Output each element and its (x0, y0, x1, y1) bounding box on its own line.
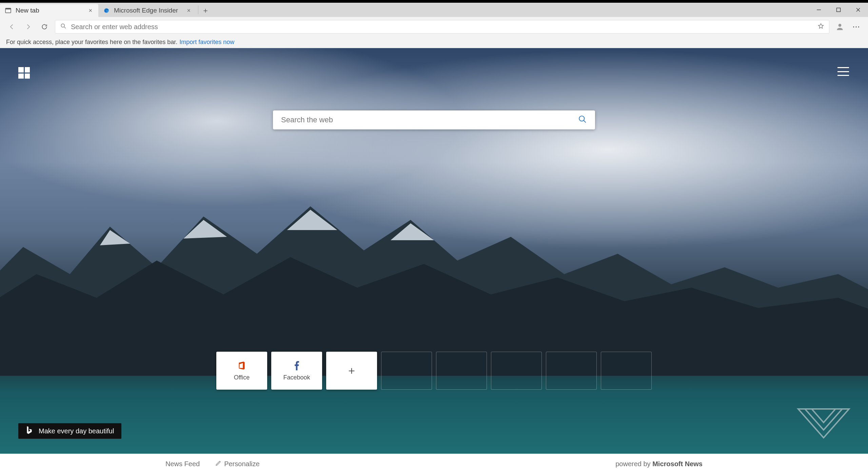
favorite-star-icon[interactable] (817, 23, 824, 31)
edge-icon (103, 7, 110, 14)
svg-line-11 (584, 120, 586, 123)
svg-rect-1 (5, 8, 11, 9)
web-search-box[interactable] (273, 110, 595, 129)
toolbar: ⋯ (0, 17, 868, 37)
newtab-content: Office Facebook ＋ Make every day beautif… (0, 48, 868, 454)
maximize-button[interactable] (829, 3, 848, 17)
titlebar: New tab × Microsoft Edge Insider × ＋ (0, 3, 868, 17)
background-mountains (0, 186, 868, 376)
plus-icon: ＋ (346, 363, 357, 378)
forward-button[interactable] (22, 21, 34, 33)
tile-empty-slot[interactable] (546, 352, 597, 390)
tab-close-button[interactable]: × (185, 7, 192, 14)
powered-by-label: powered by Microsoft News (615, 460, 703, 468)
close-window-button[interactable] (848, 3, 868, 17)
back-button[interactable] (6, 21, 18, 33)
verge-watermark-icon (795, 406, 852, 444)
refresh-button[interactable] (39, 21, 50, 33)
quick-links-tiles: Office Facebook ＋ (216, 352, 652, 390)
profile-icon[interactable] (834, 21, 846, 33)
bing-daily-image-badge[interactable]: Make every day beautiful (18, 423, 121, 439)
tab-close-button[interactable]: × (87, 7, 94, 14)
window-top-strip (0, 0, 868, 3)
tab-new-tab[interactable]: New tab × (0, 4, 98, 17)
address-input[interactable] (71, 23, 813, 31)
personalize-link[interactable]: Personalize (215, 460, 260, 468)
tab-separator (198, 5, 198, 14)
newtab-icon (5, 7, 12, 14)
search-icon (60, 23, 67, 31)
pencil-icon (215, 460, 221, 468)
tab-edge-insider[interactable]: Microsoft Edge Insider × (98, 4, 197, 17)
svg-rect-4 (837, 8, 841, 12)
svg-point-7 (61, 24, 64, 27)
tile-facebook[interactable]: Facebook (271, 352, 322, 390)
tile-label: Facebook (283, 374, 310, 381)
tile-label: Office (234, 374, 250, 381)
favorites-hint-bar: For quick access, place your favorites h… (0, 37, 868, 48)
facebook-icon (294, 360, 299, 371)
svg-point-9 (839, 24, 842, 27)
tile-empty-slot[interactable] (601, 352, 652, 390)
new-tab-button[interactable]: ＋ (200, 4, 211, 17)
search-submit-icon[interactable] (578, 115, 587, 125)
tile-empty-slot[interactable] (436, 352, 487, 390)
svg-line-8 (64, 27, 66, 28)
web-search-input[interactable] (281, 116, 578, 124)
personalize-label: Personalize (224, 460, 260, 468)
tile-empty-slot[interactable] (491, 352, 542, 390)
page-settings-menu-icon[interactable] (837, 67, 849, 76)
window-controls (809, 3, 868, 17)
tile-empty-slot[interactable] (381, 352, 432, 390)
tile-add-site[interactable]: ＋ (326, 352, 377, 390)
minimize-button[interactable] (809, 3, 829, 17)
bottom-bar: News Feed Personalize powered by Microso… (0, 454, 868, 474)
address-bar[interactable] (55, 20, 829, 34)
office-icon (237, 360, 246, 371)
news-feed-link[interactable]: News Feed (165, 460, 200, 468)
bing-badge-text: Make every day beautiful (39, 427, 114, 435)
tab-title: Microsoft Edge Insider (114, 7, 178, 14)
bing-icon (26, 426, 33, 436)
svg-point-10 (579, 116, 584, 121)
tab-title: New tab (16, 7, 39, 14)
favorites-hint-text: For quick access, place your favorites h… (6, 39, 177, 46)
import-favorites-link[interactable]: Import favorites now (179, 39, 234, 46)
more-menu-icon[interactable]: ⋯ (850, 21, 862, 33)
microsoft-logo-icon[interactable] (18, 67, 30, 79)
tile-office[interactable]: Office (216, 352, 267, 390)
